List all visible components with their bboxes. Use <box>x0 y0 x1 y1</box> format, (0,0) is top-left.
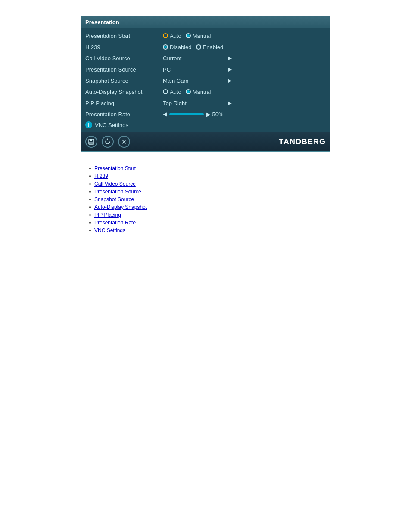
top-separator <box>0 13 411 13</box>
bullet-icon <box>89 206 91 208</box>
radio-ads-manual-inner <box>187 90 190 93</box>
link-presentation-rate[interactable]: Presentation Rate <box>94 220 136 226</box>
radio-disabled-outer <box>163 44 168 50</box>
snapshot-source-row[interactable]: Snapshot Source Main Cam ▶ <box>81 75 330 86</box>
presentation-rate-slider-container: ◀ ▶ 50% <box>163 111 224 118</box>
snapshot-source-value: Main Cam ▶ <box>163 78 326 84</box>
auto-display-auto[interactable]: Auto <box>163 89 181 95</box>
radio-ads-manual-label: Manual <box>193 89 211 95</box>
panel-header: Presentation <box>81 16 330 28</box>
snapshot-source-text: Main Cam <box>163 78 188 84</box>
presentation-start-row: Presentation Start Auto Manual <box>81 30 330 41</box>
pip-placing-value: Top Right ▶ <box>163 100 326 106</box>
pip-placing-selector[interactable]: Top Right ▶ <box>163 100 232 106</box>
link-h239[interactable]: H.239 <box>94 173 108 179</box>
pip-placing-text: Top Right <box>163 100 187 106</box>
link-snapshot-source[interactable]: Snapshot Source <box>94 196 134 202</box>
link-presentation-source[interactable]: Presentation Source <box>94 189 141 195</box>
snapshot-source-label: Snapshot Source <box>85 78 163 84</box>
bullet-icon <box>89 175 91 177</box>
save-button[interactable] <box>85 136 97 148</box>
list-item: PIP Placing <box>89 211 330 219</box>
presentation-source-arrow: ▶ <box>228 66 232 72</box>
h239-value: Disabled Enabled <box>163 44 326 50</box>
h239-disabled[interactable]: Disabled <box>163 44 192 50</box>
pip-placing-arrow: ▶ <box>228 100 232 106</box>
presentation-source-label: Presentation Source <box>85 66 163 73</box>
list-item: Presentation Start <box>89 165 330 172</box>
radio-ads-auto-outer <box>163 89 168 94</box>
list-item: Presentation Rate <box>89 219 330 227</box>
link-presentation-start[interactable]: Presentation Start <box>94 165 136 171</box>
pip-placing-label: PIP Placing <box>85 100 163 106</box>
footer-icons <box>85 136 130 148</box>
h239-label: H.239 <box>85 44 163 50</box>
call-video-source-selector[interactable]: Current ▶ <box>163 55 232 62</box>
link-vnc-settings[interactable]: VNC Settings <box>94 227 125 233</box>
presentation-start-manual[interactable]: Manual <box>186 33 211 39</box>
list-item: Presentation Source <box>89 188 330 196</box>
vnc-settings-row[interactable]: i VNC Settings <box>81 120 330 130</box>
svg-rect-2 <box>90 142 93 144</box>
links-list: Presentation Start H.239 Call Video Sour… <box>89 165 330 234</box>
presentation-rate-value: ◀ ▶ 50% <box>163 111 326 118</box>
slider-increase-arrow[interactable]: ▶ 50% <box>206 111 224 118</box>
bullet-icon <box>89 199 91 200</box>
radio-disabled-inner <box>164 46 167 48</box>
snapshot-source-selector[interactable]: Main Cam ▶ <box>163 78 232 84</box>
auto-display-snapshot-label: Auto-Display Snapshot <box>85 89 163 95</box>
presentation-start-label: Presentation Start <box>85 33 163 39</box>
list-item: H.239 <box>89 172 330 180</box>
radio-manual-outer <box>186 33 191 38</box>
link-auto-display-snapshot[interactable]: Auto-Display Snapshot <box>94 204 147 210</box>
radio-enabled-outer <box>196 44 201 50</box>
vnc-settings-label[interactable]: VNC Settings <box>95 122 128 128</box>
svg-rect-1 <box>90 139 92 141</box>
bullet-icon <box>89 222 91 224</box>
panel-footer: TANDBERG <box>81 132 330 151</box>
bullet-icon <box>89 191 91 193</box>
presentation-rate-row: Presentation Rate ◀ ▶ 50% <box>81 109 330 120</box>
panel-body: Presentation Start Auto Manual <box>81 28 330 132</box>
h239-enabled[interactable]: Enabled <box>196 44 224 50</box>
presentation-panel: Presentation Presentation Start Auto <box>81 16 330 152</box>
call-video-source-text: Current <box>163 55 181 62</box>
vnc-icon: i <box>85 121 92 128</box>
bullet-icon <box>89 168 91 169</box>
call-video-source-row[interactable]: Call Video Source Current ▶ <box>81 53 330 64</box>
presentation-source-row[interactable]: Presentation Source PC ▶ <box>81 64 330 75</box>
close-button[interactable] <box>118 136 130 148</box>
h239-row: H.239 Disabled Enabled <box>81 41 330 53</box>
radio-manual-label: Manual <box>193 33 211 39</box>
brand-logo: TANDBERG <box>279 137 326 146</box>
radio-enabled-label: Enabled <box>203 44 224 50</box>
presentation-source-value: PC ▶ <box>163 66 326 73</box>
pip-placing-row[interactable]: PIP Placing Top Right ▶ <box>81 97 330 109</box>
refresh-button[interactable] <box>102 136 114 148</box>
links-section: Presentation Start H.239 Call Video Sour… <box>81 165 330 234</box>
radio-auto-outer <box>163 33 168 38</box>
auto-display-snapshot-value: Auto Manual <box>163 89 326 95</box>
presentation-source-text: PC <box>163 66 171 73</box>
presentation-start-value: Auto Manual <box>163 33 326 39</box>
snapshot-source-arrow: ▶ <box>228 78 232 84</box>
call-video-source-value: Current ▶ <box>163 55 326 62</box>
slider-decrease-arrow[interactable]: ◀ <box>163 111 167 117</box>
bullet-icon <box>89 183 91 185</box>
radio-ads-manual-outer <box>186 89 191 94</box>
list-item: Auto-Display Snapshot <box>89 203 330 211</box>
radio-ads-auto-label: Auto <box>170 89 181 95</box>
auto-display-snapshot-row: Auto-Display Snapshot Auto Manual <box>81 86 330 97</box>
presentation-rate-label: Presentation Rate <box>85 111 163 118</box>
list-item: Call Video Source <box>89 180 330 188</box>
radio-auto-label: Auto <box>170 33 181 39</box>
auto-display-manual[interactable]: Manual <box>186 89 211 95</box>
bullet-icon <box>89 230 91 231</box>
link-call-video-source[interactable]: Call Video Source <box>94 181 136 187</box>
call-video-source-label: Call Video Source <box>85 55 163 62</box>
presentation-source-selector[interactable]: PC ▶ <box>163 66 232 73</box>
link-pip-placing[interactable]: PIP Placing <box>94 212 121 218</box>
list-item: VNC Settings <box>89 227 330 234</box>
slider-bar[interactable] <box>169 113 204 115</box>
presentation-start-auto[interactable]: Auto <box>163 33 181 39</box>
